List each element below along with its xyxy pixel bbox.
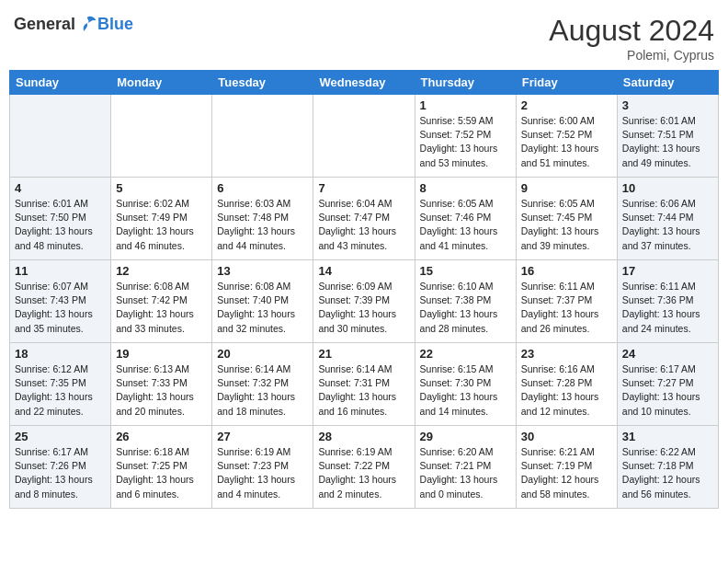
day-info: Sunrise: 6:06 AM Sunset: 7:44 PM Dayligh…: [622, 197, 713, 253]
header-sunday: Sunday: [10, 71, 111, 95]
calendar-cell: 1Sunrise: 5:59 AM Sunset: 7:52 PM Daylig…: [415, 95, 516, 178]
calendar-cell: 18Sunrise: 6:12 AM Sunset: 7:35 PM Dayli…: [10, 343, 111, 426]
day-info: Sunrise: 6:08 AM Sunset: 7:40 PM Dayligh…: [217, 280, 308, 336]
calendar-cell: [212, 95, 313, 178]
day-number: 15: [420, 264, 511, 278]
calendar-cell: 21Sunrise: 6:14 AM Sunset: 7:31 PM Dayli…: [313, 343, 415, 426]
day-number: 14: [318, 264, 409, 278]
day-info: Sunrise: 6:01 AM Sunset: 7:51 PM Dayligh…: [622, 114, 713, 170]
day-number: 12: [116, 264, 207, 278]
day-number: 2: [521, 98, 612, 112]
logo: General Blue: [14, 14, 133, 34]
calendar-cell: [313, 95, 415, 178]
calendar-cell: 17Sunrise: 6:11 AM Sunset: 7:36 PM Dayli…: [617, 260, 718, 343]
header-thursday: Thursday: [415, 71, 516, 95]
calendar-cell: 8Sunrise: 6:05 AM Sunset: 7:46 PM Daylig…: [415, 178, 516, 260]
day-info: Sunrise: 6:15 AM Sunset: 7:30 PM Dayligh…: [420, 362, 511, 419]
day-number: 20: [217, 347, 308, 361]
day-info: Sunrise: 6:01 AM Sunset: 7:50 PM Dayligh…: [15, 197, 106, 253]
calendar-cell: 29Sunrise: 6:20 AM Sunset: 7:21 PM Dayli…: [415, 426, 516, 509]
day-number: 8: [420, 181, 511, 195]
calendar-cell: 13Sunrise: 6:08 AM Sunset: 7:40 PM Dayli…: [212, 260, 313, 343]
logo-blue-text: Blue: [97, 15, 133, 34]
calendar-cell: 27Sunrise: 6:19 AM Sunset: 7:23 PM Dayli…: [212, 426, 313, 509]
title-block: August 2024 Polemi, Cyprus: [549, 14, 714, 63]
week-row-4: 18Sunrise: 6:12 AM Sunset: 7:35 PM Dayli…: [10, 343, 719, 426]
calendar-cell: 23Sunrise: 6:16 AM Sunset: 7:28 PM Dayli…: [516, 343, 617, 426]
day-info: Sunrise: 6:19 AM Sunset: 7:22 PM Dayligh…: [318, 445, 409, 501]
day-number: 5: [116, 181, 207, 195]
week-row-1: 1Sunrise: 5:59 AM Sunset: 7:52 PM Daylig…: [10, 95, 719, 178]
logo-general-text: General: [14, 15, 75, 34]
calendar-cell: 28Sunrise: 6:19 AM Sunset: 7:22 PM Dayli…: [313, 426, 415, 509]
calendar-cell: 22Sunrise: 6:15 AM Sunset: 7:30 PM Dayli…: [415, 343, 516, 426]
calendar-cell: 9Sunrise: 6:05 AM Sunset: 7:45 PM Daylig…: [516, 178, 617, 260]
day-info: Sunrise: 6:20 AM Sunset: 7:21 PM Dayligh…: [420, 445, 511, 501]
calendar-cell: 24Sunrise: 6:17 AM Sunset: 7:27 PM Dayli…: [617, 343, 718, 426]
day-number: 9: [521, 181, 612, 195]
calendar-cell: 20Sunrise: 6:14 AM Sunset: 7:32 PM Dayli…: [212, 343, 313, 426]
day-info: Sunrise: 6:22 AM Sunset: 7:18 PM Dayligh…: [622, 445, 713, 501]
day-info: Sunrise: 6:10 AM Sunset: 7:38 PM Dayligh…: [420, 280, 511, 336]
calendar-cell: 26Sunrise: 6:18 AM Sunset: 7:25 PM Dayli…: [111, 426, 212, 509]
day-info: Sunrise: 6:08 AM Sunset: 7:42 PM Dayligh…: [116, 280, 207, 336]
day-number: 30: [521, 430, 612, 443]
day-number: 10: [622, 181, 713, 195]
day-info: Sunrise: 6:13 AM Sunset: 7:33 PM Dayligh…: [116, 362, 207, 419]
day-info: Sunrise: 6:11 AM Sunset: 7:36 PM Dayligh…: [622, 280, 713, 336]
day-info: Sunrise: 6:03 AM Sunset: 7:48 PM Dayligh…: [217, 197, 308, 253]
page-header: General Blue August 2024 Polemi, Cyprus: [9, 9, 719, 63]
day-number: 23: [521, 347, 612, 361]
day-number: 6: [217, 181, 308, 195]
header-tuesday: Tuesday: [212, 71, 313, 95]
day-number: 4: [15, 181, 106, 195]
day-info: Sunrise: 6:14 AM Sunset: 7:31 PM Dayligh…: [318, 362, 409, 419]
header-monday: Monday: [111, 71, 212, 95]
calendar-cell: 16Sunrise: 6:11 AM Sunset: 7:37 PM Dayli…: [516, 260, 617, 343]
day-info: Sunrise: 6:07 AM Sunset: 7:43 PM Dayligh…: [15, 280, 106, 336]
week-row-2: 4Sunrise: 6:01 AM Sunset: 7:50 PM Daylig…: [10, 178, 719, 260]
day-info: Sunrise: 5:59 AM Sunset: 7:52 PM Dayligh…: [420, 114, 511, 170]
day-number: 11: [15, 264, 106, 278]
location-subtitle: Polemi, Cyprus: [549, 48, 714, 63]
day-number: 24: [622, 347, 713, 361]
calendar-cell: 4Sunrise: 6:01 AM Sunset: 7:50 PM Daylig…: [10, 178, 111, 260]
day-number: 13: [217, 264, 308, 278]
day-info: Sunrise: 6:12 AM Sunset: 7:35 PM Dayligh…: [15, 362, 106, 419]
calendar-cell: 25Sunrise: 6:17 AM Sunset: 7:26 PM Dayli…: [10, 426, 111, 509]
logo-bird-icon: [77, 14, 97, 34]
day-info: Sunrise: 6:05 AM Sunset: 7:45 PM Dayligh…: [521, 197, 612, 253]
calendar-cell: 6Sunrise: 6:03 AM Sunset: 7:48 PM Daylig…: [212, 178, 313, 260]
day-info: Sunrise: 6:17 AM Sunset: 7:26 PM Dayligh…: [15, 445, 106, 501]
calendar-cell: 7Sunrise: 6:04 AM Sunset: 7:47 PM Daylig…: [313, 178, 415, 260]
header-friday: Friday: [516, 71, 617, 95]
day-number: 3: [622, 98, 713, 112]
day-info: Sunrise: 6:18 AM Sunset: 7:25 PM Dayligh…: [116, 445, 207, 501]
day-number: 7: [318, 181, 409, 195]
calendar-cell: 12Sunrise: 6:08 AM Sunset: 7:42 PM Dayli…: [111, 260, 212, 343]
calendar-cell: [111, 95, 212, 178]
day-info: Sunrise: 6:02 AM Sunset: 7:49 PM Dayligh…: [116, 197, 207, 253]
day-info: Sunrise: 6:00 AM Sunset: 7:52 PM Dayligh…: [521, 114, 612, 170]
header-wednesday: Wednesday: [313, 71, 415, 95]
calendar-cell: 19Sunrise: 6:13 AM Sunset: 7:33 PM Dayli…: [111, 343, 212, 426]
week-row-5: 25Sunrise: 6:17 AM Sunset: 7:26 PM Dayli…: [10, 426, 719, 509]
day-number: 28: [318, 430, 409, 443]
day-number: 17: [622, 264, 713, 278]
day-info: Sunrise: 6:17 AM Sunset: 7:27 PM Dayligh…: [622, 362, 713, 419]
day-info: Sunrise: 6:11 AM Sunset: 7:37 PM Dayligh…: [521, 280, 612, 336]
calendar-table: SundayMondayTuesdayWednesdayThursdayFrid…: [9, 70, 719, 509]
header-row: SundayMondayTuesdayWednesdayThursdayFrid…: [10, 71, 719, 95]
calendar-cell: 31Sunrise: 6:22 AM Sunset: 7:18 PM Dayli…: [617, 426, 718, 509]
day-number: 22: [420, 347, 511, 361]
day-number: 1: [420, 98, 511, 112]
calendar-cell: 10Sunrise: 6:06 AM Sunset: 7:44 PM Dayli…: [617, 178, 718, 260]
day-info: Sunrise: 6:21 AM Sunset: 7:19 PM Dayligh…: [521, 445, 612, 501]
calendar-cell: 2Sunrise: 6:00 AM Sunset: 7:52 PM Daylig…: [516, 95, 617, 178]
day-number: 31: [622, 430, 713, 443]
day-number: 25: [15, 430, 106, 443]
month-year-title: August 2024: [549, 14, 714, 48]
calendar-cell: 3Sunrise: 6:01 AM Sunset: 7:51 PM Daylig…: [617, 95, 718, 178]
day-number: 21: [318, 347, 409, 361]
calendar-cell: 15Sunrise: 6:10 AM Sunset: 7:38 PM Dayli…: [415, 260, 516, 343]
